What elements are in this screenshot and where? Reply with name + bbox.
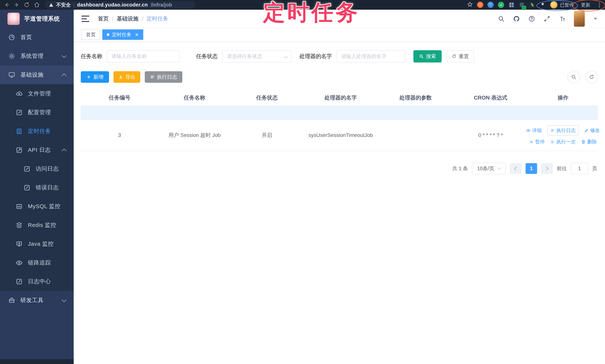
chevron-down-icon <box>62 297 66 302</box>
extension-leaf-icon[interactable] <box>529 2 535 8</box>
sidebar-item-system[interactable]: 系统管理 <box>0 47 74 65</box>
cloud-upload-icon <box>16 90 23 97</box>
extension-orange-icon[interactable] <box>477 2 483 8</box>
page-size-value: 10条/页 <box>477 165 494 172</box>
op-edit-link[interactable]: 修改 <box>584 127 600 134</box>
chevron-down-icon <box>497 166 501 170</box>
sidebar-item-label: 链路追踪 <box>28 259 51 267</box>
sidebar-item-config-mgmt[interactable]: 配置管理 <box>0 103 74 122</box>
close-icon[interactable] <box>135 32 139 37</box>
sidebar-item-label: 日志中心 <box>28 278 51 285</box>
chevron-down-icon <box>62 53 66 58</box>
dashboard-icon <box>8 34 15 41</box>
schedule-icon <box>16 128 23 135</box>
log-center-icon <box>16 278 23 285</box>
forward-icon[interactable] <box>13 1 21 9</box>
reset-button[interactable]: 重置 <box>447 50 474 63</box>
cell-handler-param <box>378 120 453 151</box>
breadcrumb-home[interactable]: 首页 <box>98 15 109 23</box>
list-icon <box>150 75 155 79</box>
prev-page-button[interactable] <box>510 163 522 174</box>
exec-log-button[interactable]: 执行日志 <box>145 71 182 83</box>
github-icon[interactable] <box>513 15 520 23</box>
plus-icon <box>86 75 91 79</box>
refresh-icon <box>452 54 457 59</box>
help-icon[interactable] <box>528 15 535 23</box>
collapse-sidebar-icon[interactable] <box>81 16 89 22</box>
main-area: 首页 / 基础设施 / 定时任务 首页 <box>74 10 605 364</box>
extension-blue-icon[interactable] <box>487 2 494 8</box>
trash-icon <box>581 140 586 144</box>
chrome-update-button[interactable]: 更新 <box>578 1 593 9</box>
op-detail-link[interactable]: 详细 <box>526 127 542 134</box>
tab-scheduled-jobs[interactable]: 定时任务 <box>102 29 143 40</box>
current-page-button[interactable]: 1 <box>526 163 537 174</box>
browser-menu-icon[interactable] <box>597 3 601 7</box>
sidebar-item-dev-tools[interactable]: 研发工具 <box>0 291 74 310</box>
play-icon <box>550 140 555 144</box>
back-icon[interactable] <box>3 1 11 9</box>
pagination: 共 1 条 10条/页 1 前往 页 <box>81 163 598 174</box>
user-menu-caret-icon[interactable] <box>594 18 597 20</box>
sidebar-item-scheduled-jobs[interactable]: 定时任务 <box>0 122 74 141</box>
search-icon[interactable] <box>498 15 505 23</box>
pencil-icon <box>584 128 589 133</box>
sidebar: 芋道管理系统 首页 系统管理 基础设施 文件管理 <box>0 10 74 364</box>
goto-page-input[interactable] <box>571 163 588 174</box>
breadcrumb-separator: / <box>112 16 114 22</box>
extension-list-icon[interactable]: on <box>519 2 525 8</box>
tab-home[interactable]: 首页 <box>81 29 100 40</box>
reload-icon[interactable] <box>23 1 31 9</box>
search-button[interactable]: 搜索 <box>413 50 442 63</box>
ops-line-2: 暂停 执行一次 删除 <box>530 139 596 145</box>
java-monitor-icon <box>16 240 23 247</box>
search-button-label: 搜索 <box>426 53 436 60</box>
topbar-actions <box>498 11 597 27</box>
sidebar-item-log-center[interactable]: 日志中心 <box>0 272 74 291</box>
page-size-select[interactable]: 10条/页 <box>472 163 506 174</box>
home-icon[interactable] <box>33 1 41 9</box>
refresh-table-button[interactable] <box>585 71 598 83</box>
jobs-table: 任务编号 任务名称 任务状态 处理器的名字 处理器的参数 CRON 表达式 操作 <box>81 91 598 151</box>
handler-name-input[interactable] <box>336 50 405 63</box>
breadcrumb-infra[interactable]: 基础设施 <box>117 15 138 23</box>
job-status-label: 任务状态 <box>196 53 218 60</box>
add-button[interactable]: 新增 <box>81 71 109 83</box>
extension-check-icon[interactable] <box>498 2 504 8</box>
job-name-input[interactable] <box>107 50 180 63</box>
breadcrumb-current: 定时任务 <box>147 15 168 23</box>
address-bar[interactable]: 不安全 dashboard.yudao.iocoder.cn/infra/job <box>44 1 195 9</box>
topbar: 首页 / 基础设施 / 定时任务 <box>74 10 605 28</box>
sidebar-item-file-mgmt[interactable]: 文件管理 <box>0 84 74 103</box>
font-size-icon[interactable] <box>558 15 566 23</box>
op-run-once-link[interactable]: 执行一次 <box>550 139 576 145</box>
extensions-puzzle-icon[interactable] <box>539 2 546 8</box>
bookmark-star-icon[interactable] <box>467 1 473 8</box>
sidebar-item-api-log[interactable]: API 日志 <box>0 141 74 159</box>
chevron-right-icon <box>544 167 549 171</box>
next-page-button[interactable] <box>541 163 553 174</box>
edit-icon <box>24 165 30 172</box>
col-job-id: 任务编号 <box>81 91 158 106</box>
exec-log-button-label: 执行日志 <box>157 74 177 80</box>
op-exec-log-link[interactable]: 执行日志 <box>547 125 579 136</box>
job-status-select[interactable]: 请选择任务状态 <box>222 50 292 63</box>
op-delete-link[interactable]: 删除 <box>581 139 597 145</box>
fullscreen-icon[interactable] <box>543 15 551 23</box>
extension-grid-icon[interactable] <box>508 2 514 8</box>
toggle-search-button[interactable] <box>567 71 580 83</box>
op-pause-link[interactable]: 暂停 <box>529 139 545 145</box>
user-avatar[interactable] <box>574 11 585 27</box>
export-button[interactable]: 导出 <box>114 71 140 83</box>
sidebar-item-home[interactable]: 首页 <box>0 28 74 47</box>
url-path: /infra/job <box>151 2 172 8</box>
sidebar-item-mysql-monitor[interactable]: MySQL 监控 <box>0 197 74 216</box>
sidebar-item-java-monitor[interactable]: Java 监控 <box>0 234 74 253</box>
sidebar-item-infra[interactable]: 基础设施 <box>0 65 74 84</box>
app-logo[interactable]: 芋道管理系统 <box>0 10 74 28</box>
sidebar-item-access-log[interactable]: 访问日志 <box>0 159 74 178</box>
sidebar-item-error-log[interactable]: 错误日志 <box>0 178 74 197</box>
sidebar-item-redis-monitor[interactable]: Redis 监控 <box>0 216 74 234</box>
sidebar-item-tracing[interactable]: 链路追踪 <box>0 253 74 272</box>
media-paused-chip[interactable]: 已暂停 <box>550 1 574 9</box>
